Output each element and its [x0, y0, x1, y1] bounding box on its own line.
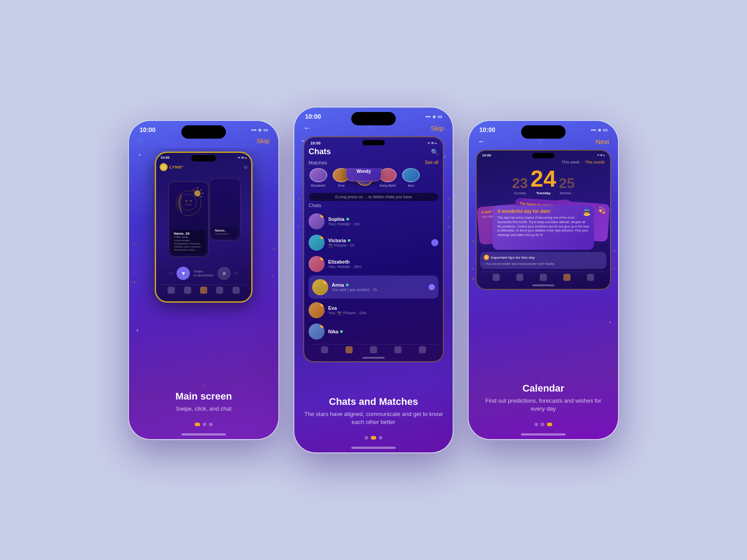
inner-phone-content: LYND° ⚙ [156, 160, 251, 298]
search-button[interactable]: 🔍 [431, 148, 438, 156]
lynd-text: LYND° [169, 165, 184, 169]
status-time-right: 10:00 [479, 126, 495, 133]
dots-middle [294, 433, 453, 445]
pred-card-main: 👼 A wonderful day for date! This day has… [493, 205, 594, 250]
sparkle-m2: + [443, 154, 446, 159]
inner-icons-middle: ▪▪ ⌾ ▭ [428, 141, 437, 145]
content-anna: Anna You and I are similar) · 1h [332, 282, 425, 292]
name-sophia: Sophia [328, 216, 438, 222]
chat-sophia[interactable]: ★ Sophia You: Howdy! · 1m [309, 211, 438, 232]
chat-elizabeth[interactable]: ★ Elizabeth You: Howdy! · 25m [309, 253, 438, 275]
inner-time-middle: 10:00 [310, 141, 321, 145]
name-anna: Anna [332, 282, 425, 288]
name-nika: Nika [328, 329, 438, 334]
skip-button-left[interactable]: Skip [257, 137, 269, 144]
chat-anna[interactable]: ★ Anna You and I are similar) · 1h [309, 276, 438, 299]
dot-2-left[interactable] [203, 423, 206, 426]
back-button-right[interactable]: ← [478, 137, 486, 146]
calendar-toggle: This week This month [477, 158, 610, 165]
see-all-button[interactable]: See all [425, 160, 438, 165]
phone-content-right: ✦ · + ◑ ○ ◔ ● ◕ ◑ ◔ ● [469, 150, 618, 369]
hint-text: Long press on ... to delete chats you ha… [337, 195, 412, 199]
date-label-24: Tuesday [536, 191, 550, 195]
nika-name-text: Nika [328, 329, 338, 334]
elizabeth-name-text: Elizabeth [328, 259, 349, 264]
dot-3-left[interactable] [209, 423, 213, 426]
nav-chat-icon[interactable] [184, 287, 191, 294]
cards-area: Name, 28 2.4km away Active traveller, ph… [160, 174, 248, 264]
dot-1-r[interactable] [534, 423, 538, 426]
skip-button-middle[interactable]: Skip [431, 124, 444, 132]
next-button-right[interactable]: Next [595, 138, 609, 145]
dot-1-m[interactable] [365, 436, 368, 440]
side-card-info: Name, Daydreamer... [213, 227, 237, 237]
chat-nika[interactable]: ★ Nika [309, 321, 438, 342]
this-week-label[interactable]: This week [562, 160, 580, 164]
nav-cal-m[interactable] [394, 346, 402, 353]
inner-time: 10:00 [161, 156, 169, 160]
matches-section: Matches See all Elizabeth [304, 160, 443, 191]
dot-2-r[interactable] [541, 423, 544, 426]
title-middle: Chats and Matches [303, 396, 444, 408]
name-ann: Ann [408, 184, 414, 188]
chats-title: Chats [309, 147, 331, 156]
nav-profile-icon[interactable] [233, 287, 240, 294]
back-button-middle[interactable]: ← [303, 124, 311, 133]
battery-icon-m: ▭ [438, 114, 442, 120]
nav-prof-r[interactable] [587, 274, 594, 281]
heart-decoration-right: ♡ [538, 138, 543, 145]
inner-status-middle: 10:00 ▪▪ ⌾ ▭ [304, 137, 443, 146]
online-nika [340, 330, 343, 333]
nav-star-m[interactable] [370, 346, 377, 353]
swipe-text: Swipeto like/dislike [193, 269, 213, 277]
nav-chat-r[interactable] [516, 274, 523, 281]
dot-3-m[interactable] [379, 436, 382, 440]
star-nika: ★ [320, 324, 325, 328]
sparkle-4: ✦ [136, 328, 139, 333]
chat-section-title: Chats [309, 203, 438, 208]
name-victoria: Victoria [328, 238, 428, 243]
main-card-bio: Active traveller, photographer, instagra… [174, 239, 203, 252]
main-card-distance: 2.4km away [174, 236, 203, 238]
avatar-wendy: ✕ Wendy [356, 168, 374, 186]
dot-2-m[interactable] [371, 436, 376, 440]
inner-time-right: 10:00 [482, 153, 491, 157]
avatar-nika: ★ [309, 324, 325, 340]
nav-star-icon[interactable] [200, 287, 207, 294]
phone-content-left: ✦ · + ✦ · ◑ ○ ◔ ● ◕ ◑ ○ ◔ ● [129, 148, 278, 377]
status-time-middle: 10:00 [305, 113, 321, 120]
sophia-name-text: Sophia [328, 216, 345, 222]
match-ann[interactable]: Ann [401, 168, 421, 188]
nav-home-icon[interactable] [168, 287, 175, 294]
preview-sophia: You: Howdy! · 1m [328, 222, 438, 226]
nav-cal-r[interactable] [563, 274, 570, 281]
nav-home-m[interactable] [321, 346, 328, 353]
long-press-hint: ℹ Long press on ... to delete chats you … [309, 193, 438, 201]
online-sophia [346, 218, 349, 220]
date-num-23: 23 [512, 176, 528, 190]
nav-prof-m[interactable] [419, 346, 426, 353]
match-wendy[interactable]: ✕ Wendy [355, 168, 374, 188]
inner-chat-screen: 10:00 ▪▪ ⌾ ▭ Chats 🔍 Matches See all [303, 136, 444, 362]
chat-eva[interactable]: ★ Eva You: 📷 Picture · 10m [309, 300, 438, 321]
nav-chat-m[interactable] [345, 346, 353, 353]
dot-3-r[interactable] [547, 423, 552, 426]
phone-left: 10:00 ▪▪▪ ⌾ ▭ ♡ Skip ✦ · + ✦ · [128, 120, 279, 440]
dot-1-left[interactable] [195, 423, 200, 426]
star-eva: ★ [320, 302, 325, 307]
tips-title: Important tips for this day [491, 256, 535, 260]
inner-calendar-screen: 10:00 ▪▪ ⌾ ▭ This week This month 23 Sun… [476, 150, 611, 290]
star-victoria: ★ [320, 235, 325, 239]
like-button[interactable]: ♥ [177, 267, 190, 280]
content-nika: Nika [328, 329, 438, 334]
tips-header: ★ Important tips for this day [484, 255, 603, 260]
dislike-button[interactable]: ✕ [217, 267, 231, 280]
nav-calendar-icon[interactable] [216, 287, 223, 294]
chat-victoria[interactable]: ★ Victoria 📷 Picture · 1h [309, 232, 438, 253]
this-month-label[interactable]: This month [585, 160, 605, 164]
phone-content-middle: ✦ + · ◑ ○ ◔ ● ◑ ◔ ● ◕ [294, 136, 453, 391]
match-elizabeth[interactable]: Elizabeth [309, 168, 328, 188]
nav-home-r[interactable] [493, 274, 500, 281]
nav-star-r[interactable] [540, 274, 547, 281]
main-profile-card[interactable]: Name, 28 2.4km away Active traveller, ph… [169, 181, 209, 257]
